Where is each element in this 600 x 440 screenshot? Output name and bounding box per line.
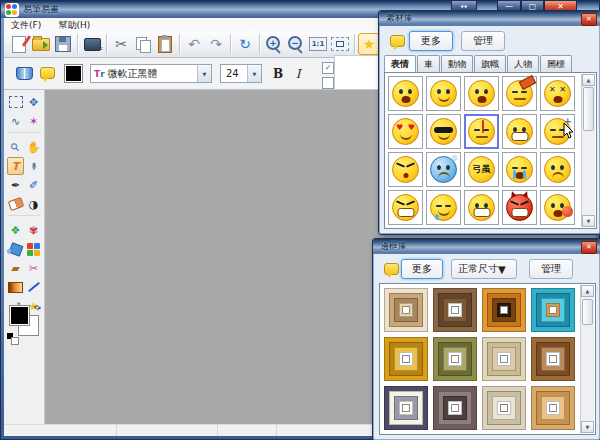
frame-cream-ornate[interactable] (482, 337, 526, 381)
pen-tool[interactable]: ✒ (7, 176, 24, 194)
close-icon[interactable]: ✕ (581, 241, 597, 254)
close-icon[interactable]: ✕ (581, 13, 597, 26)
marquee-select-tool[interactable] (7, 93, 24, 111)
redo-button[interactable]: ↷ (205, 33, 227, 55)
new-file-button[interactable] (8, 33, 30, 55)
emoticon-heart-eyes[interactable]: ♥♥ (388, 114, 423, 149)
open-file-button[interactable] (30, 33, 52, 55)
paste-button[interactable] (154, 33, 176, 55)
default-colors-icon[interactable] (7, 333, 19, 345)
emoticon-angry-brows[interactable] (388, 152, 423, 187)
emoticon-big-laugh[interactable] (464, 190, 499, 225)
tab-車[interactable]: 車 (417, 55, 440, 72)
text-tool[interactable]: T (7, 157, 24, 175)
emoticon-surprised[interactable] (464, 76, 499, 111)
emoticon-smiling[interactable] (426, 76, 461, 111)
scrollbar-thumb[interactable] (582, 299, 593, 325)
tab-圖標[interactable]: 圖標 (540, 55, 572, 72)
smudge-tool[interactable]: ✾ (25, 221, 42, 239)
italic-button[interactable]: I (290, 65, 306, 82)
frame-golden-ornate[interactable] (384, 337, 428, 381)
emoticon-freezing[interactable]: ✻ (426, 152, 461, 187)
frame-orange-gradient[interactable] (482, 288, 526, 332)
emoticon-devil[interactable] (502, 190, 537, 225)
undo-button[interactable]: ↶ (183, 33, 205, 55)
size-select[interactable]: 正常尺寸 ▼ (451, 259, 517, 279)
scroll-up-icon[interactable]: ▲ (582, 74, 595, 86)
tab-動物[interactable]: 動物 (441, 55, 473, 72)
zoom-tool[interactable]: ⚲ (7, 138, 24, 156)
manage-button[interactable]: 管理 (529, 259, 573, 279)
text-color-swatch[interactable] (64, 64, 83, 83)
frame-olive-ornate[interactable] (433, 337, 477, 381)
emoticon-brick-hit[interactable] (502, 76, 537, 111)
refresh-button[interactable]: ↻ (234, 33, 256, 55)
tab-人物[interactable]: 人物 (507, 55, 539, 72)
eraser-tool[interactable] (7, 195, 24, 213)
frame-tan-ornate[interactable] (531, 386, 575, 430)
scroll-up-icon[interactable]: ▲ (581, 285, 594, 297)
cut-button[interactable]: ✂ (110, 33, 132, 55)
frame-brown-wood[interactable] (433, 288, 477, 332)
speech-bubble-icon[interactable] (40, 67, 55, 79)
move-tool[interactable]: ✥ (25, 93, 42, 111)
tab-旗幟[interactable]: 旗幟 (474, 55, 506, 72)
screen-capture-button[interactable]: ✂ (81, 33, 103, 55)
font-select[interactable]: Tr 微軟正黑體 ▼ (90, 64, 212, 83)
emoticon-drooling[interactable] (426, 190, 461, 225)
shadow-checkbox[interactable] (322, 77, 334, 89)
zoom-in-button[interactable]: + (263, 33, 285, 55)
line-tool[interactable] (25, 278, 42, 296)
magic-wand-tool[interactable]: ✶ (25, 112, 42, 130)
fill-bucket-tool[interactable] (7, 240, 24, 258)
emoticon-sobbing[interactable] (388, 76, 423, 111)
decorate-star-button[interactable]: ★ (358, 33, 380, 55)
emoticon-dizzy[interactable]: ✕✕ (540, 76, 575, 111)
emoticon-slapped[interactable] (540, 190, 575, 225)
smooth-checkbox[interactable]: ✓ (322, 62, 334, 74)
fit-window-button[interactable] (329, 33, 351, 55)
eyedropper-tool[interactable]: ✒ (25, 157, 42, 175)
chevron-down-icon[interactable]: ▼ (247, 65, 261, 82)
frame-dark-brown[interactable] (433, 386, 477, 430)
emoticon-crying-streams[interactable] (502, 152, 537, 187)
scroll-down-icon[interactable]: ▼ (582, 215, 595, 227)
shape-cut-tool[interactable]: ✂ (25, 259, 42, 277)
more-button[interactable]: 更多 (409, 31, 453, 51)
font-size-select[interactable]: 24 ▼ (220, 64, 262, 83)
copy-button[interactable] (132, 33, 154, 55)
library-book-icon[interactable] (16, 67, 33, 80)
zoom-out-button[interactable]: − (285, 33, 307, 55)
scrollbar-thumb[interactable] (583, 87, 594, 131)
emoticon-displeased[interactable] (540, 152, 575, 187)
foreground-color-swatch[interactable] (9, 305, 30, 326)
frame-teal-mosaic[interactable] (531, 288, 575, 332)
lasso-select-tool[interactable]: ∿ (7, 112, 24, 130)
emoticon-green-teeth-grin[interactable] (502, 114, 537, 149)
bold-button[interactable]: B (270, 65, 286, 82)
scrollbar[interactable]: ▲ ▼ (580, 285, 594, 433)
frame-zebra-brown[interactable] (531, 337, 575, 381)
actual-size-button[interactable]: 1:1 (307, 33, 329, 55)
emoticon-strong-characters[interactable]: 弓虽 (464, 152, 499, 187)
materials-palette-title[interactable]: 素材庫 (379, 11, 600, 26)
emoticon-cool-sunglasses[interactable] (426, 114, 461, 149)
emoticon-sick-thermometer[interactable] (464, 114, 499, 149)
gradient-tool[interactable] (7, 278, 24, 296)
more-button[interactable]: 更多 (401, 259, 443, 279)
scroll-down-icon[interactable]: ▼ (581, 421, 594, 433)
manage-button[interactable]: 管理 (461, 31, 505, 51)
contrast-tool[interactable]: ◑ (25, 195, 42, 213)
tab-表情[interactable]: 表情 (384, 55, 416, 72)
chevron-down-icon[interactable]: ▼ (197, 65, 211, 82)
hand-pan-tool[interactable]: ✋ (25, 138, 42, 156)
color-palette-tool[interactable] (25, 240, 42, 258)
save-file-button[interactable] (52, 33, 74, 55)
clone-stamp-tool[interactable]: ❖ (7, 221, 24, 239)
frame-cream-wood[interactable] (384, 288, 428, 332)
frames-palette-title[interactable]: 邊框庫 (373, 239, 600, 254)
brush-tool[interactable]: ✐ (25, 176, 42, 194)
scrollbar[interactable]: ▲ ▼ (581, 74, 595, 227)
stamp-tool[interactable]: ▰ (7, 259, 24, 277)
emoticon-gritting-teeth[interactable] (388, 190, 423, 225)
